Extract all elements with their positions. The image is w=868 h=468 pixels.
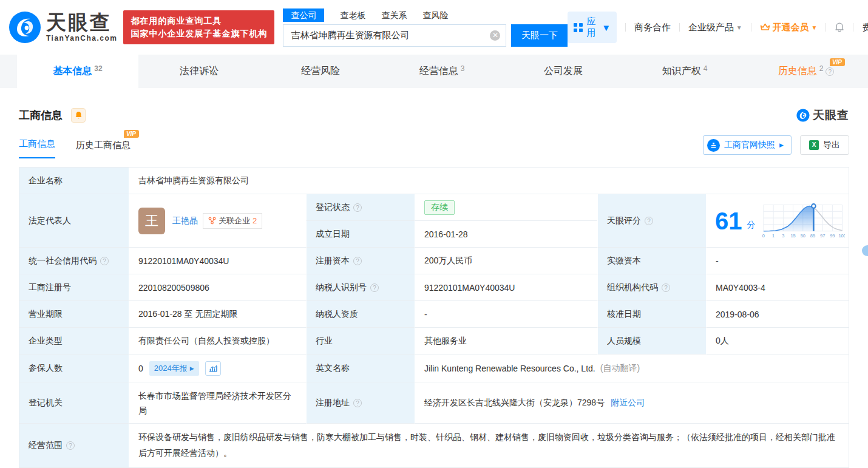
- play-arrow-icon: ▶: [779, 142, 784, 148]
- top-menu: 应用 ▼ 商务合作 企业级产品 ▼ 开通会员 ▼: [568, 12, 868, 43]
- tab-legal-litigation[interactable]: 法律诉讼: [138, 55, 260, 88]
- reg-number-value: 220108200509806: [129, 274, 306, 301]
- menu-cooperation[interactable]: 商务合作: [634, 22, 671, 33]
- username: 费米: [862, 22, 868, 33]
- svg-text:100: 100: [838, 233, 845, 239]
- paid-capital-label: 实缴资本: [597, 248, 707, 274]
- score-label: 天眼评分?: [597, 194, 707, 248]
- staff-size-label: 人员规模: [597, 328, 707, 354]
- paid-capital-value: -: [707, 248, 849, 274]
- search-input[interactable]: [283, 24, 506, 47]
- subtab-history-business-info[interactable]: VIP 历史工商信息: [76, 140, 131, 158]
- tab-basic-info[interactable]: 基本信息32: [17, 55, 138, 88]
- svg-text:0: 0: [762, 233, 764, 239]
- tab-operation-risk[interactable]: 经营风险: [260, 55, 381, 88]
- svg-text:3: 3: [782, 233, 784, 239]
- menu-vip[interactable]: 开通会员 ▼: [760, 22, 818, 33]
- watermark-text: 天眼查: [813, 107, 849, 123]
- company-type-label: 企业类型: [19, 328, 129, 354]
- help-icon[interactable]: ?: [353, 203, 362, 212]
- search-area: 查公司 查老板 查关系 查风险 ✕ 天眼一下: [283, 8, 568, 47]
- score-distribution-chart[interactable]: 0 1 3 15 50 85 97 99 100: [761, 202, 846, 240]
- subscribe-bell-button[interactable]: [71, 108, 86, 123]
- company-nav-tabs: 基本信息32 法律诉讼 经营风险 经营信息3 公司发展 知识产权4 VIP 历史…: [0, 55, 868, 88]
- score-cell: 61 分: [707, 194, 849, 248]
- nearby-companies-link[interactable]: 附近公司: [611, 398, 645, 409]
- apps-menu[interactable]: 应用 ▼: [568, 12, 617, 43]
- search-tab-relation[interactable]: 查关系: [381, 8, 407, 22]
- tianyancha-company-page: 天眼查 TianYanCha.com 都在用的商业查询工具 国家中小企业发展子基…: [0, 0, 868, 468]
- credit-code-label: 统一社会信用代码?: [19, 248, 129, 274]
- insured-count: 0: [138, 364, 143, 373]
- network-icon: [208, 217, 216, 225]
- bar-chart-icon: [209, 365, 217, 372]
- business-scope-value: 环保设备研发与销售，废旧纺织品研发与销售，防寒大棚被加工与销售，时装、针织品、钢…: [129, 424, 849, 467]
- help-icon[interactable]: ?: [66, 441, 75, 450]
- app-grid-icon: [574, 23, 583, 32]
- svg-text:85: 85: [810, 233, 815, 239]
- help-icon[interactable]: ?: [353, 257, 362, 265]
- svg-text:99: 99: [830, 233, 835, 239]
- svg-text:1: 1: [772, 233, 775, 239]
- approval-date-value: 2019-08-06: [707, 301, 849, 328]
- user-menu[interactable]: 费米 ▼: [862, 22, 868, 33]
- svg-text:15: 15: [790, 233, 795, 239]
- industry-label: 行业: [306, 328, 415, 354]
- caret-down-icon: ▼: [602, 22, 611, 33]
- reg-number-label: 工商注册号: [19, 274, 129, 301]
- tab-history-info[interactable]: VIP 历史信息2 ?: [745, 55, 867, 88]
- clear-icon[interactable]: ✕: [490, 30, 500, 41]
- approval-date-label: 核准日期: [597, 301, 707, 328]
- search-tab-boss[interactable]: 查老板: [340, 8, 365, 22]
- help-icon[interactable]: ?: [100, 257, 109, 265]
- subtab-business-info[interactable]: 工商信息: [19, 138, 55, 158]
- business-scope-label: 经营范围?: [19, 424, 129, 467]
- main-content: 工商信息 天眼查 工商信息 VIP 历史工商: [0, 107, 868, 468]
- company-name-label: 企业名称: [19, 168, 129, 194]
- vip-badge: VIP: [830, 58, 845, 66]
- notification-bell-icon[interactable]: [835, 21, 844, 33]
- legal-rep-label: 法定代表人: [19, 194, 129, 248]
- help-icon[interactable]: ?: [662, 283, 670, 292]
- taxpayer-quality-value: -: [415, 301, 597, 328]
- help-icon[interactable]: ?: [370, 283, 379, 292]
- insured-cell: 0 2024年报 ▶: [129, 354, 306, 382]
- help-icon[interactable]: ?: [645, 217, 653, 225]
- avatar[interactable]: 王: [138, 208, 165, 234]
- search-button[interactable]: 天眼一下: [511, 24, 568, 47]
- status-badge: 存续: [424, 200, 455, 215]
- reg-capital-value: 200万人民币: [415, 248, 597, 274]
- export-button[interactable]: X 导出: [800, 135, 849, 155]
- staff-size-value: 0人: [707, 328, 849, 354]
- english-name-cell: Jilin Kunteng Renewable Resources Co., L…: [415, 354, 849, 382]
- tab-operation-info[interactable]: 经营信息3: [381, 55, 503, 88]
- caret-down-icon: ▼: [736, 24, 742, 31]
- org-code-label: 组织机构代码?: [597, 274, 707, 301]
- reg-status-label: 登记状态?: [306, 194, 415, 221]
- reg-capital-label: 注册资本?: [306, 248, 415, 274]
- menu-enterprise[interactable]: 企业级产品 ▼: [688, 22, 742, 33]
- credit-code-value: 91220101MA0Y40034U: [129, 248, 306, 274]
- search-tab-company[interactable]: 查公司: [283, 8, 324, 22]
- svg-text:97: 97: [820, 233, 825, 239]
- help-icon[interactable]: ?: [826, 67, 834, 76]
- tab-intellectual-property[interactable]: 知识产权4: [624, 55, 745, 88]
- insured-trend-button[interactable]: [205, 361, 221, 376]
- taxpayer-quality-label: 纳税人资质: [306, 301, 415, 328]
- industry-value: 其他服务业: [415, 328, 597, 354]
- logo-domain: TianYanCha.com: [46, 34, 117, 42]
- search-tab-risk[interactable]: 查风险: [422, 8, 448, 22]
- insured-label: 参保人数: [19, 354, 129, 382]
- logo-swirl-icon: [796, 109, 810, 122]
- annual-report-badge[interactable]: 2024年报 ▶: [149, 361, 199, 376]
- business-info-table: 企业名称 吉林省坤腾再生资源有限公司 法定代表人 王 王艳晶 关联企业 2: [19, 167, 849, 468]
- tianyancha-logo[interactable]: 天眼查 TianYanCha.com: [8, 11, 117, 44]
- tab-company-development[interactable]: 公司发展: [503, 55, 624, 88]
- reg-authority-label: 登记机关: [19, 382, 129, 424]
- slogan-line1: 都在用的商业查询工具: [131, 15, 267, 27]
- official-snapshot-button[interactable]: 工商官网快照 ▶: [703, 135, 792, 155]
- caret-down-icon: ▼: [812, 24, 818, 31]
- related-companies-badge[interactable]: 关联企业 2: [203, 213, 262, 229]
- legal-rep-name-link[interactable]: 王艳晶: [172, 215, 198, 226]
- help-icon[interactable]: ?: [353, 399, 362, 407]
